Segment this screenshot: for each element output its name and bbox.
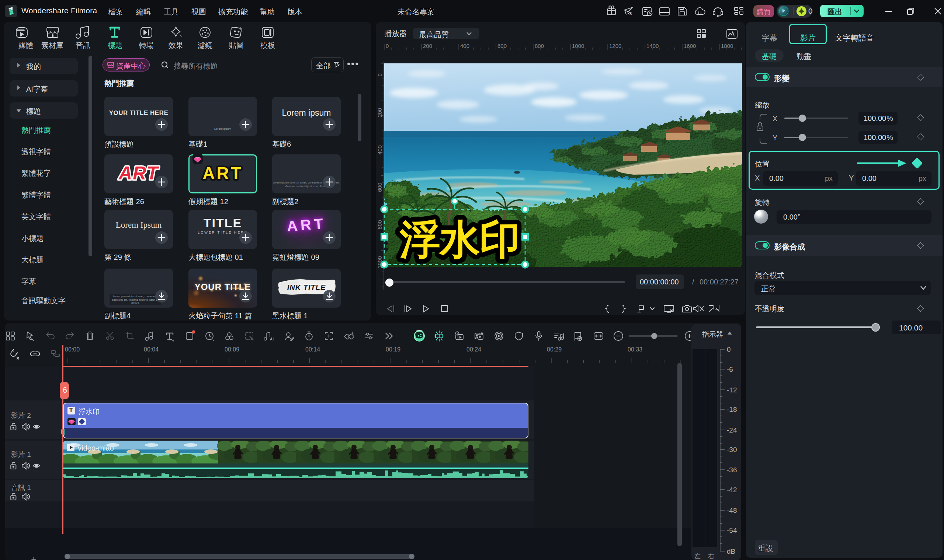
- svg-text:1200: 1200: [609, 43, 622, 49]
- svg-text:0: 0: [727, 346, 731, 353]
- svg-text:1600: 1600: [684, 43, 696, 49]
- svg-text:1400: 1400: [646, 43, 659, 49]
- svg-text:00:00: 00:00: [65, 346, 80, 352]
- svg-text:1800: 1800: [721, 43, 733, 49]
- svg-text:600: 600: [497, 43, 507, 49]
- svg-text:dB: dB: [727, 548, 735, 555]
- svg-text:-54: -54: [727, 526, 737, 534]
- svg-text:00:19: 00:19: [386, 346, 401, 352]
- svg-text:-18: -18: [727, 406, 737, 413]
- svg-text:00:09: 00:09: [225, 346, 239, 352]
- svg-text:800: 800: [535, 43, 544, 49]
- svg-text:ART: ART: [202, 163, 243, 183]
- svg-text:-42: -42: [727, 486, 737, 494]
- svg-text:8: 8: [629, 11, 632, 16]
- svg-text:0: 0: [386, 43, 389, 49]
- svg-text:-12: -12: [727, 386, 737, 394]
- svg-text:00:29: 00:29: [547, 346, 561, 352]
- svg-text:0: 0: [376, 73, 383, 76]
- svg-text:00:14: 00:14: [305, 346, 320, 352]
- svg-text:-48: -48: [727, 506, 737, 514]
- svg-text:1000: 1000: [572, 43, 584, 49]
- svg-text:200: 200: [376, 108, 383, 117]
- svg-text:00:24: 00:24: [466, 346, 481, 352]
- svg-text:-36: -36: [727, 466, 737, 474]
- svg-text:00:33: 00:33: [628, 346, 642, 352]
- svg-text:200: 200: [423, 43, 432, 49]
- svg-text:-6: -6: [727, 366, 733, 373]
- svg-text:-30: -30: [727, 446, 737, 454]
- svg-text:-24: -24: [727, 426, 737, 434]
- svg-text:AI: AI: [270, 337, 274, 341]
- svg-text:ART: ART: [118, 163, 159, 183]
- svg-text:400: 400: [376, 145, 383, 154]
- svg-text:00:04: 00:04: [144, 346, 159, 352]
- svg-text:400: 400: [460, 43, 469, 49]
